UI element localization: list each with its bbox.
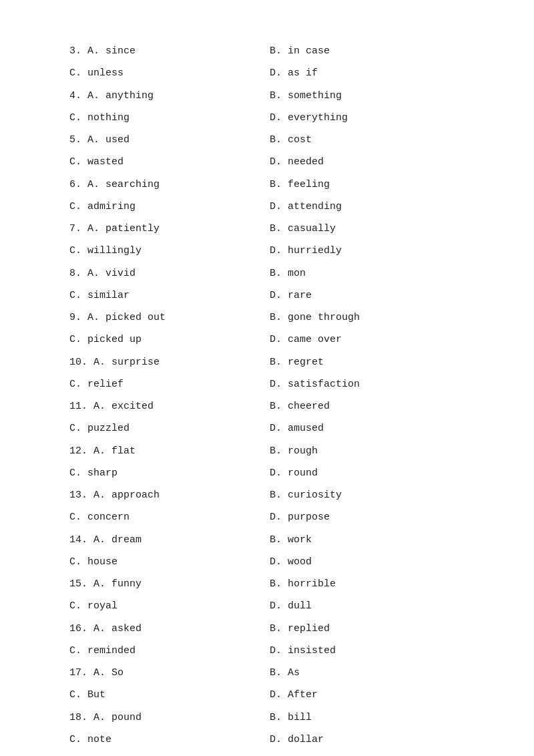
left-cell: 11. A. excited bbox=[67, 395, 267, 417]
right-cell: B. replied bbox=[267, 618, 467, 640]
right-cell: B. work bbox=[267, 529, 467, 551]
left-cell: C. note bbox=[67, 729, 267, 751]
right-cell: D. insisted bbox=[267, 640, 467, 662]
right-cell: B. feeling bbox=[267, 174, 467, 196]
left-cell: C. concern bbox=[67, 506, 267, 528]
left-cell: C. relief bbox=[67, 373, 267, 395]
left-cell: C. wasted bbox=[67, 151, 267, 173]
right-cell: B. gone through bbox=[267, 307, 467, 329]
left-cell: C. admiring bbox=[67, 196, 267, 218]
left-cell: 13. A. approach bbox=[67, 484, 267, 506]
right-cell: D. attending bbox=[267, 196, 467, 218]
right-cell: D. round bbox=[267, 462, 467, 484]
right-cell: D. rare bbox=[267, 285, 467, 307]
right-cell: D. dollar bbox=[267, 729, 467, 751]
right-cell: D. hurriedly bbox=[267, 240, 467, 262]
left-cell: C. puzzled bbox=[67, 417, 267, 439]
left-cell: C. nothing bbox=[67, 107, 267, 129]
right-cell: D. After bbox=[267, 684, 467, 706]
right-cell: B. rough bbox=[267, 440, 467, 462]
right-cell: D. everything bbox=[267, 107, 467, 129]
right-cell: B. cheered bbox=[267, 395, 467, 417]
right-cell: D. came over bbox=[267, 329, 467, 351]
left-cell: C. royal bbox=[67, 595, 267, 617]
right-cell: B. mon bbox=[267, 262, 467, 285]
right-cell: D. as if bbox=[267, 62, 467, 84]
left-cell: 18. A. pound bbox=[67, 707, 267, 729]
left-cell: 6. A. searching bbox=[67, 174, 267, 196]
quiz-table: 3. A. sinceB. in caseC. unlessD. as if4.… bbox=[67, 40, 467, 756]
left-cell: 12. A. flat bbox=[67, 440, 267, 462]
left-cell: 8. A. vivid bbox=[67, 262, 267, 285]
left-cell: C. willingly bbox=[67, 240, 267, 262]
right-cell: D. needed bbox=[267, 151, 467, 173]
right-cell: D. wood bbox=[267, 551, 467, 573]
left-cell: 15. A. funny bbox=[67, 573, 267, 595]
right-cell: B. slipping bbox=[267, 751, 467, 756]
left-cell: 3. A. since bbox=[67, 40, 267, 62]
right-cell: B. casually bbox=[267, 218, 467, 240]
left-cell: 10. A. surprise bbox=[67, 351, 267, 373]
left-cell: 9. A. picked out bbox=[67, 307, 267, 329]
right-cell: B. bill bbox=[267, 707, 467, 729]
left-cell: 4. A. anything bbox=[67, 85, 267, 107]
left-cell: C. picked up bbox=[67, 329, 267, 351]
left-cell: 7. A. patiently bbox=[67, 218, 267, 240]
right-cell: B. something bbox=[267, 85, 467, 107]
right-cell: D. dull bbox=[267, 595, 467, 617]
right-cell: B. regret bbox=[267, 351, 467, 373]
left-cell: 17. A. So bbox=[67, 662, 267, 684]
left-cell: C. sharp bbox=[67, 462, 267, 484]
left-cell: 16. A. asked bbox=[67, 618, 267, 640]
left-cell: 19. A. rolling bbox=[67, 751, 267, 756]
right-cell: B. in case bbox=[267, 40, 467, 62]
right-cell: D. purpose bbox=[267, 506, 467, 528]
left-cell: C. unless bbox=[67, 62, 267, 84]
left-cell: 14. A. dream bbox=[67, 529, 267, 551]
left-cell: C. house bbox=[67, 551, 267, 573]
left-cell: C. But bbox=[67, 684, 267, 706]
right-cell: B. cost bbox=[267, 129, 467, 151]
left-cell: 5. A. used bbox=[67, 129, 267, 151]
right-cell: D. satisfaction bbox=[267, 373, 467, 395]
right-cell: B. curiosity bbox=[267, 484, 467, 506]
left-cell: C. reminded bbox=[67, 640, 267, 662]
right-cell: D. amused bbox=[267, 417, 467, 439]
right-cell: B. horrible bbox=[267, 573, 467, 595]
left-cell: C. similar bbox=[67, 285, 267, 307]
right-cell: B. As bbox=[267, 662, 467, 684]
